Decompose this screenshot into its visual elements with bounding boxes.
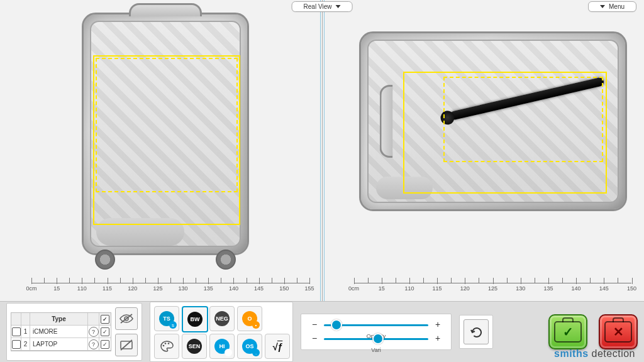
- mode-hi-button[interactable]: HII: [209, 334, 235, 359]
- detection-box-dashed[interactable]: [96, 58, 238, 192]
- mode-bw-button[interactable]: BW: [182, 306, 208, 332]
- real-view-label: Real View: [304, 3, 332, 10]
- ruler-tick-label: 115: [103, 285, 112, 292]
- left-ruler: 0cm15110115120125130135140145150155: [31, 278, 309, 295]
- undo-icon: [469, 325, 483, 339]
- row-index: 1: [21, 326, 30, 338]
- mode-paint-button[interactable]: [154, 334, 179, 359]
- chevron-down-icon: [600, 5, 605, 8]
- suitcase-icon: ✓: [554, 321, 582, 343]
- opacity-plus-button[interactable]: +: [433, 321, 442, 329]
- help-icon[interactable]: ?: [89, 339, 99, 349]
- decision-cluster: ✓ ✕: [548, 314, 638, 349]
- svg-point-5: [165, 343, 167, 344]
- hide-all-button[interactable]: [115, 307, 138, 330]
- opacity-thumb[interactable]: [331, 319, 342, 331]
- ruler-tick-label: 140: [572, 285, 581, 292]
- row-select-checkbox[interactable]: [12, 340, 21, 349]
- threat-table: Type 1 iCMORE ? 2 LAPTOP ?: [11, 312, 111, 351]
- menu-dropdown[interactable]: Menu: [588, 1, 636, 12]
- mode-subbadge: s: [169, 321, 177, 329]
- x-icon: ✕: [606, 322, 631, 341]
- opacity-slider[interactable]: Opacity: [324, 324, 428, 326]
- suitcase-handle-icon: [129, 3, 202, 16]
- header-checkbox[interactable]: [101, 315, 109, 324]
- ruler-tick-label: 130: [516, 285, 525, 292]
- wheel-icon: [95, 250, 115, 270]
- ruler-tick-label: 110: [404, 285, 414, 292]
- ruler-tick-label: 135: [543, 285, 553, 292]
- svg-point-6: [168, 343, 170, 344]
- mode-subbadge: I: [225, 349, 232, 356]
- suitcase-icon: ✕: [604, 321, 632, 343]
- ruler-tick-label: 155: [304, 285, 314, 292]
- mode-sqrt-button[interactable]: √ƒ: [265, 334, 290, 359]
- real-view-dropdown[interactable]: Real View: [292, 1, 353, 12]
- brand-a: smiths: [554, 348, 589, 359]
- opacity-slider-row: − Opacity +: [310, 321, 442, 329]
- ruler-tick-label: 125: [488, 285, 497, 292]
- clear-bag-button[interactable]: ✓: [548, 314, 587, 349]
- undo-button[interactable]: [464, 319, 489, 344]
- right-ruler: 0cm15110115120125130135140145150: [354, 278, 632, 295]
- reject-bag-button[interactable]: ✕: [599, 314, 638, 349]
- ruler-tick-label: 15: [379, 285, 385, 292]
- mode-badge: SEN: [187, 339, 202, 354]
- svg-line-1: [121, 314, 132, 323]
- mode-os-button[interactable]: OS.: [237, 334, 262, 359]
- ruler-tick-label: 15: [53, 285, 60, 292]
- box-hide-button[interactable]: [115, 334, 138, 356]
- threat-name[interactable]: iCMORE: [30, 326, 88, 338]
- ruler-tick-label: 120: [460, 285, 470, 292]
- ruler-tick-label: 115: [433, 285, 442, 292]
- mode-subbadge: .: [252, 349, 260, 356]
- help-icon[interactable]: ?: [89, 327, 99, 337]
- vari-plus-button[interactable]: +: [433, 334, 442, 343]
- palette-icon: [160, 340, 174, 353]
- ruler-tick-label: 150: [627, 285, 636, 292]
- mode-badge: BW: [187, 312, 203, 327]
- ruler-tick-label: 110: [77, 285, 87, 292]
- opacity-minus-button[interactable]: −: [310, 321, 319, 329]
- right-view-pane[interactable]: 0cm15110115120125130135140145150: [323, 0, 645, 302]
- left-view-pane[interactable]: 0cm15110115120125130135140145150155: [0, 0, 323, 302]
- vari-thumb[interactable]: [372, 333, 384, 344]
- ruler-tick-label: 135: [204, 285, 213, 292]
- vari-slider[interactable]: Vari: [324, 338, 428, 340]
- row-visible-checkbox[interactable]: [101, 340, 109, 349]
- wheel-icon: [216, 250, 236, 270]
- brand-b: detection: [589, 348, 635, 359]
- detection-box-dashed[interactable]: [443, 77, 603, 162]
- ruler-tick-label: 145: [254, 285, 264, 292]
- mode-badge: NEG: [214, 311, 230, 326]
- mode-orange-button[interactable]: O•: [237, 306, 262, 331]
- ruler-tick-label: 150: [279, 285, 289, 292]
- mode-sen-button[interactable]: SEN: [182, 334, 207, 359]
- menu-label: Menu: [609, 3, 625, 10]
- ruler-tick-label: 140: [229, 285, 238, 292]
- mode-ts-button[interactable]: TSs: [154, 306, 179, 331]
- svg-point-4: [163, 345, 165, 347]
- control-bar: Type 1 iCMORE ? 2 LAPTOP ? TSsBWNEGO•SEN…: [0, 301, 644, 362]
- box-slash-icon: [119, 339, 133, 351]
- vari-minus-button[interactable]: −: [310, 334, 319, 343]
- sliders-cluster: − Opacity + − Vari +: [301, 314, 452, 350]
- ruler-tick-label: 130: [179, 285, 188, 292]
- ruler-tick-label: 125: [153, 285, 162, 292]
- ruler-tick-label: 0cm: [26, 285, 36, 292]
- brand-logo: smiths detection: [554, 348, 635, 359]
- mode-neg-button[interactable]: NEG: [209, 306, 235, 331]
- mode-subbadge: •: [252, 321, 260, 329]
- row-visible-checkbox[interactable]: [101, 327, 109, 336]
- check-icon: ✓: [555, 322, 580, 341]
- eye-slash-icon: [119, 314, 133, 324]
- row-index: 2: [21, 338, 30, 351]
- ruler-tick-label: 120: [128, 285, 137, 292]
- row-select-checkbox[interactable]: [12, 327, 21, 336]
- vari-label: Vari: [371, 347, 380, 353]
- chevron-down-icon: [335, 5, 340, 8]
- threat-table-header-type: Type: [30, 313, 88, 326]
- suitcase-handle-icon: [379, 85, 392, 158]
- threat-name[interactable]: LAPTOP: [30, 338, 88, 351]
- undo-cluster: [459, 315, 493, 349]
